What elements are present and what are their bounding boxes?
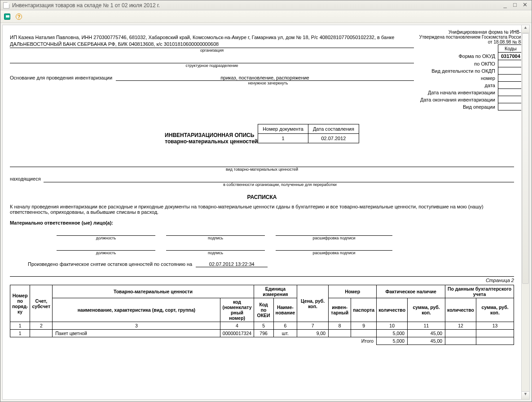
save-icon [4, 13, 10, 20]
located-sub: в собственности организации, полученные … [46, 182, 514, 187]
unit-line [10, 57, 414, 63]
codes-header: Коды [498, 45, 522, 53]
receipt-title: РАСПИСКА [10, 194, 514, 200]
document-page: ИП Казека Наталия Павловна, ИНН 27030077… [2, 25, 522, 400]
scroll-up-button[interactable]: ▲ [522, 25, 529, 33]
vertical-scrollbar[interactable]: ▲ ▼ [522, 25, 530, 400]
doc-number-table: Номер документаДата составления 102.07.2… [258, 124, 359, 143]
located-label: находящиеся [10, 176, 41, 182]
approved-line: Утверждена постановлением Госкомстата Ро… [418, 35, 522, 44]
basis-label: Основание для проведения инвентаризации [10, 75, 112, 81]
doc-subtitle: товарно-материальных ценностей [165, 138, 258, 145]
located-line [44, 176, 514, 182]
form-line: Унифицированная форма № ИНВ-3 [418, 30, 522, 35]
organization-text: ИП Казека Наталия Павловна, ИНН 27030077… [10, 34, 414, 48]
unit-sub: структурное подразделение [10, 63, 414, 68]
table-row: 1 Пакет цветной 00000017324 796 шт. 9,00… [10, 330, 514, 337]
codes-table: Коды Форма по ОКУД0317004 по ОКПО Вид де… [418, 44, 522, 110]
asof-label: Произведено фактическое снятие остатков … [28, 261, 192, 267]
page-number: Страница 2 [10, 276, 514, 283]
organization-sub: организация [10, 48, 414, 53]
save-button[interactable] [2, 12, 12, 22]
tmc-type-sub: вид товарно-материальных ценностей [10, 167, 514, 172]
toolbar: ? [0, 10, 532, 23]
table-colnum-row: 12345678910111213 [10, 322, 514, 330]
responsible-label: Материально ответственное (ые) лицо(а): [10, 220, 514, 225]
close-button[interactable]: ✕ [521, 2, 529, 9]
tmc-type-line [10, 161, 514, 167]
minimize-button[interactable]: _ [501, 2, 509, 9]
scroll-track[interactable] [522, 33, 529, 391]
basis-value: приказ, постановление, распоряжение [116, 75, 414, 81]
receipt-text: К началу проведения инвентаризации все р… [10, 204, 514, 215]
help-icon: ? [16, 13, 22, 20]
document-icon [3, 2, 9, 9]
scroll-down-button[interactable]: ▼ [522, 391, 529, 399]
maximize-button[interactable]: □ [511, 2, 519, 9]
table-total-row: Итого 5,000 45,00 [10, 337, 514, 345]
basis-sub: ненужное зачеркнуть [122, 81, 414, 85]
scroll-thumb[interactable] [522, 33, 529, 284]
items-table: Номер по поряд-ку Счет, субсчет Товарно-… [10, 285, 514, 345]
window: Инвентаризация товаров на складе № 1 от … [0, 0, 532, 402]
window-title: Инвентаризация товаров на складе № 1 от … [12, 2, 160, 9]
asof-value: 02.07.2012 13:22:34 [196, 261, 268, 267]
titlebar: Инвентаризация товаров на складе № 1 от … [0, 0, 532, 10]
help-button[interactable]: ? [14, 12, 24, 22]
doc-title: ИНВЕНТАРИЗАЦИОННАЯ ОПИСЬ [165, 124, 258, 138]
